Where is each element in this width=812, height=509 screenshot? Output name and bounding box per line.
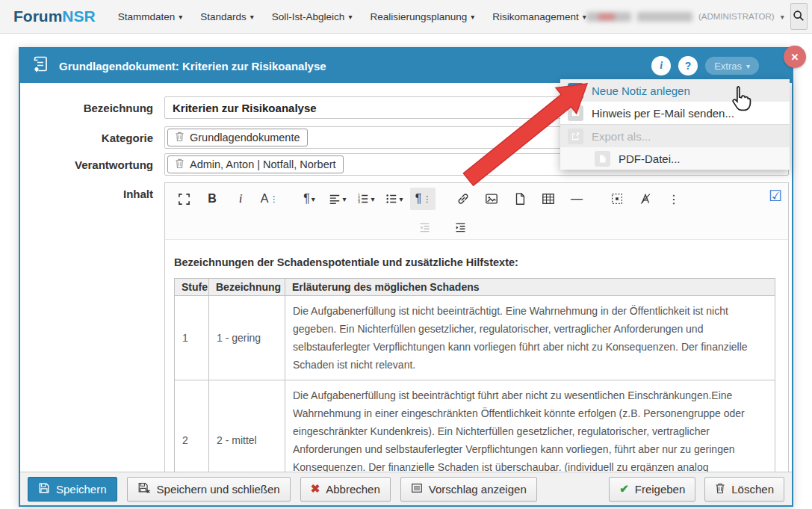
chevron-down-icon: ▾ <box>471 13 474 21</box>
outdent-icon[interactable] <box>412 218 437 237</box>
column-header-bezeichnung: Bezeichnung <box>209 279 285 296</box>
menu-item-label: PDF-Datei... <box>619 152 681 165</box>
cancel-x-icon: ✖ <box>311 482 320 496</box>
table-header-row: Stufe Bezeichnung Erläuterung des möglic… <box>175 279 775 296</box>
trash-icon[interactable] <box>175 131 185 144</box>
more-options-icon[interactable]: ⋮ <box>661 188 687 210</box>
logo-text-nsr: NSR <box>62 7 95 25</box>
logo-text-forum: Forum <box>13 7 62 25</box>
cell-stufe: 1 <box>175 296 209 380</box>
checked-checkbox-icon[interactable]: ☑ <box>769 187 782 205</box>
show-proposal-button[interactable]: Vorschlag anzeigen <box>400 477 537 502</box>
inhalt-label: Inhalt <box>20 188 153 200</box>
save-close-icon <box>137 481 151 496</box>
redacted-mark <box>598 13 615 20</box>
image-icon[interactable] <box>479 188 504 210</box>
inhalt-richtext-editor: B i A⋮ ¶▾ ▾ 123▾ ▾ ¶⋮ — ⋮ ☑ <box>164 182 789 473</box>
cancel-button[interactable]: ✖ Abbrechen <box>300 477 391 502</box>
kategorie-chip-label: Grundlagendokumente <box>190 132 300 144</box>
redacted-username <box>637 12 692 22</box>
dialog-header-actions: i ? Extras ▾ <box>651 56 759 75</box>
paragraph-style-icon[interactable]: ¶⋮ <box>410 188 436 210</box>
top-navigation: ForumNSR Stammdaten▾ Standards▾ Soll-Ist… <box>0 0 812 34</box>
nav-item-soll-ist-abgleich[interactable]: Soll-Ist-Abgleich▾ <box>272 11 353 22</box>
cell-stufe: 2 <box>175 380 209 474</box>
menu-item-hinweis-email[interactable]: Hinweis per E-Mail senden... <box>560 102 790 124</box>
verantwortung-label: Verantwortung <box>20 158 153 171</box>
envelope-icon <box>568 105 583 121</box>
footer-right-actions: ✔ Freigeben Löschen <box>609 477 784 502</box>
save-and-close-button-label: Speichern und schließen <box>157 483 280 496</box>
trash-icon[interactable] <box>175 158 185 171</box>
info-button[interactable]: i <box>651 56 671 75</box>
nav-item-label: Realisierungsplanung <box>370 11 467 22</box>
delete-button[interactable]: Löschen <box>704 477 784 502</box>
extras-button[interactable]: Extras ▾ <box>705 57 759 75</box>
dialog-title: Grundlagendokument: Kriterien zur Risiko… <box>59 60 326 73</box>
chevron-down-icon: ▾ <box>348 13 352 21</box>
nav-item-standards[interactable]: Standards▾ <box>200 11 254 22</box>
verantwortung-chip-label: Admin, Anton | Notfall, Norbert <box>190 158 336 170</box>
pdf-file-icon <box>595 151 610 167</box>
user-menu[interactable]: (ADMINISTRATOR) ▾ <box>586 12 784 22</box>
extras-dropdown-menu: Neue Notiz anlegen Hinweis per E-Mail se… <box>560 79 790 170</box>
cell-bezeichnung: 2 - mittel <box>209 380 285 474</box>
svg-text:3: 3 <box>358 200 360 204</box>
italic-icon[interactable]: i <box>228 188 253 210</box>
main-menu: Stammdaten▾ Standards▾ Soll-Ist-Abgleich… <box>118 11 586 22</box>
clear-formatting-icon[interactable] <box>633 188 658 210</box>
release-button-label: Freigeben <box>635 483 686 496</box>
editor-toolbar-row1: B i A⋮ ¶▾ ▾ 123▾ ▾ ¶⋮ — ⋮ ☑ <box>165 183 788 215</box>
kategorie-label: Kategorie <box>20 132 153 144</box>
nav-item-stammdaten[interactable]: Stammdaten▾ <box>118 11 183 22</box>
chevron-down-icon: ▾ <box>250 13 254 21</box>
bold-icon[interactable]: B <box>199 188 225 210</box>
indent-icon[interactable] <box>447 218 473 237</box>
release-button[interactable]: ✔ Freigeben <box>609 477 695 502</box>
unordered-list-icon[interactable]: ▾ <box>382 188 407 210</box>
kategorie-chip[interactable]: Grundlagendokumente <box>167 129 308 146</box>
table-icon[interactable] <box>536 188 561 210</box>
extras-button-label: Extras <box>714 61 742 72</box>
align-icon[interactable]: ▾ <box>325 188 350 210</box>
horizontal-rule-icon[interactable]: — <box>564 188 589 210</box>
show-proposal-button-label: Vorschlag anzeigen <box>429 483 527 496</box>
bezeichnung-label: Bezeichnung <box>20 102 153 114</box>
save-icon <box>38 482 50 496</box>
close-button[interactable]: ✕ <box>784 46 806 68</box>
app-logo[interactable]: ForumNSR <box>13 7 96 25</box>
nav-item-realisierungsplanung[interactable]: Realisierungsplanung▾ <box>370 11 474 22</box>
menu-item-label: Export als... <box>592 130 651 143</box>
editor-content[interactable]: Bezeichnungen der Schadenspotentiale und… <box>165 240 788 473</box>
link-icon[interactable] <box>450 188 476 210</box>
help-icon: ? <box>685 60 692 72</box>
paragraph-format-icon[interactable]: ¶▾ <box>297 188 322 210</box>
verantwortung-chip[interactable]: Admin, Anton | Notfall, Norbert <box>167 155 344 173</box>
fullscreen-icon[interactable] <box>171 188 196 210</box>
chevron-down-icon: ▾ <box>781 13 784 21</box>
trash-icon <box>715 482 725 496</box>
menu-item-pdf-datei[interactable]: PDF-Datei... <box>560 147 790 170</box>
search-icon <box>792 9 805 25</box>
save-and-close-button[interactable]: Speichern und schließen <box>127 477 291 502</box>
application-window: ForumNSR Stammdaten▾ Standards▾ Soll-Ist… <box>0 0 812 509</box>
cell-erlaeuterung: Die Aufgabenerfüllung ist beeinträchtigt… <box>285 380 775 474</box>
insert-file-icon[interactable] <box>507 188 533 210</box>
table-row: 2 2 - mittel Die Aufgabenerfüllung ist b… <box>175 380 775 474</box>
nav-item-risikomanagement[interactable]: Risikomanagement▾ <box>492 11 586 22</box>
nav-item-label: Standards <box>200 11 247 22</box>
ordered-list-icon[interactable]: 123▾ <box>353 188 379 210</box>
search-button[interactable] <box>790 3 808 30</box>
chevron-down-icon: ▾ <box>179 13 182 21</box>
schadenspotential-table: Stufe Bezeichnung Erläuterung des möglic… <box>174 278 775 473</box>
menu-item-neue-notiz[interactable]: Neue Notiz anlegen <box>560 79 790 102</box>
font-options-icon[interactable]: A⋮ <box>256 188 282 210</box>
content-heading: Bezeichnungen der Schadenspotentiale und… <box>174 256 779 268</box>
help-button[interactable]: ? <box>678 56 698 75</box>
dialog-header: Grundlagendokument: Kriterien zur Risiko… <box>20 49 792 83</box>
save-button[interactable]: Speichern <box>28 477 117 502</box>
delete-button-label: Löschen <box>731 483 774 496</box>
redacted-username <box>586 12 631 22</box>
cancel-button-label: Abbrechen <box>326 483 380 496</box>
select-all-icon[interactable] <box>604 188 630 210</box>
